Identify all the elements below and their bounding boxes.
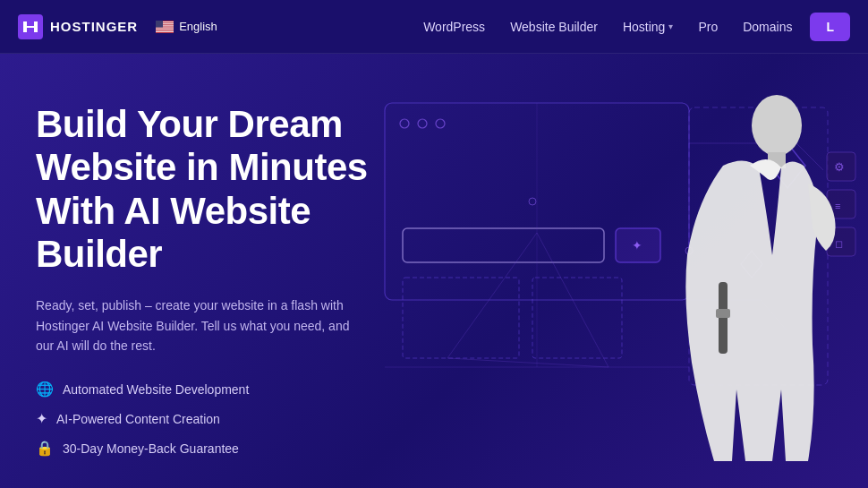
feature-automated-label: Automated Website Development (63, 382, 249, 397)
nav-website-builder[interactable]: Website Builder (499, 14, 608, 39)
feature-list: 🌐 Automated Website Development ✦ AI-Pow… (36, 381, 412, 457)
hero-content: Build Your Dream Website in Minutes With… (36, 103, 412, 457)
feature-guarantee-label: 30-Day Money-Back Guarantee (63, 441, 239, 456)
flag-icon (156, 21, 174, 33)
svg-rect-36 (716, 309, 730, 318)
svg-point-12 (436, 119, 445, 128)
login-button[interactable]: L (810, 13, 850, 41)
logo[interactable]: HOSTINGER (18, 14, 138, 39)
sparkle-icon: ✦ (36, 410, 47, 427)
language-selector[interactable]: English (156, 20, 217, 33)
logo-text: HOSTINGER (50, 19, 138, 34)
language-label: English (179, 20, 217, 33)
person-figure (642, 76, 839, 470)
lock-icon: 🔒 (36, 440, 54, 457)
svg-rect-13 (403, 228, 604, 262)
feature-automated: 🌐 Automated Website Development (36, 381, 412, 398)
feature-guarantee: 🔒 30-Day Money-Back Guarantee (36, 440, 412, 457)
person-svg (642, 76, 839, 470)
svg-point-25 (529, 198, 536, 205)
svg-rect-16 (403, 278, 519, 358)
navbar: HOSTINGER English WordPress Website Buil… (0, 0, 868, 54)
hero-subtitle: Ready, set, publish – create your websit… (36, 295, 358, 355)
svg-point-11 (418, 119, 427, 128)
svg-point-33 (752, 95, 802, 156)
globe-icon: 🌐 (36, 381, 54, 398)
svg-rect-6 (156, 29, 174, 30)
hero-title: Build Your Dream Website in Minutes With… (36, 103, 412, 276)
nav-hosting[interactable]: Hosting ▾ (612, 14, 684, 39)
nav-pro[interactable]: Pro (687, 14, 728, 39)
nav-domains[interactable]: Domains (732, 14, 803, 39)
feature-ai-content: ✦ AI-Powered Content Creation (36, 410, 412, 427)
nav-links: WordPress Website Builder Hosting ▾ Pro … (413, 14, 803, 39)
hosting-chevron-icon: ▾ (668, 21, 673, 31)
logo-icon (18, 14, 43, 39)
svg-rect-17 (532, 278, 622, 358)
nav-wordpress[interactable]: WordPress (413, 14, 496, 39)
hero-illustration: ✦ (358, 54, 868, 488)
svg-rect-7 (156, 30, 174, 31)
svg-text:✦: ✦ (632, 238, 642, 253)
svg-rect-5 (156, 27, 174, 28)
svg-rect-8 (156, 21, 163, 28)
hero-section: Build Your Dream Website in Minutes With… (0, 54, 868, 488)
feature-ai-label: AI-Powered Content Creation (56, 412, 220, 426)
